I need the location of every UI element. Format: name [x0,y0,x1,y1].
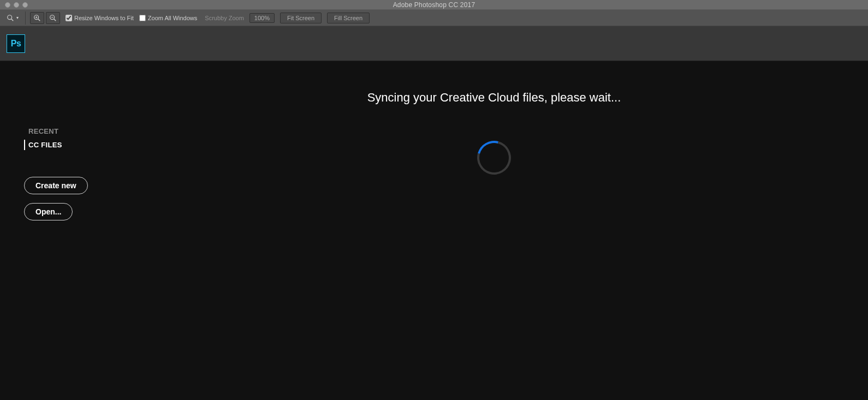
close-window-button[interactable] [5,2,10,8]
minimize-window-button[interactable] [14,2,19,8]
spinner-container [142,141,846,175]
window-traffic-lights [0,2,28,8]
svg-point-0 [8,15,12,19]
photoshop-logo-text: Ps [11,39,21,49]
zoom-all-checkbox[interactable]: Zoom All Windows [139,15,197,21]
start-sidebar: RECENT CC FILES Create new Open... [0,61,142,220]
zoom-in-button[interactable] [30,12,44,24]
chevron-down-icon: ▾ [16,15,19,20]
svg-line-1 [11,19,14,21]
zoom-tool-indicator[interactable]: ▾ [4,10,21,26]
loading-spinner-icon [471,135,518,181]
resize-windows-input[interactable] [66,15,72,21]
search-icon [7,14,14,22]
svg-line-7 [54,19,56,21]
zoom-all-label: Zoom All Windows [148,15,197,21]
sidebar-item-label: RECENT [28,127,58,135]
options-toolbar: ▾ Resize Windows to Fit Zoom All Windows… [0,9,868,26]
toolbar-divider [25,11,26,25]
maximize-window-button[interactable] [22,2,28,8]
start-screen: RECENT CC FILES Create new Open... Synci… [0,61,868,400]
zoom-in-icon [33,14,41,22]
resize-windows-checkbox[interactable]: Resize Windows to Fit [66,15,134,21]
start-actions: Create new Open... [0,177,142,220]
sidebar-item-label: CC FILES [28,141,62,149]
resize-windows-label: Resize Windows to Fit [74,15,134,21]
window-title: Adobe Photoshop CC 2017 [0,1,868,9]
zoom-out-icon [49,14,57,22]
photoshop-logo[interactable]: Ps [7,34,25,53]
create-new-button[interactable]: Create new [24,177,88,194]
app-header: Ps [0,26,868,61]
zoom-out-button[interactable] [46,12,60,24]
scrubby-zoom-label: Scrubby Zoom [205,15,244,21]
sidebar-item-ccfiles[interactable]: CC FILES [0,138,142,152]
fill-screen-button[interactable]: Fill Screen [327,13,370,23]
zoom-percent-field[interactable]: 100% [249,13,275,23]
svg-line-3 [38,19,40,21]
window-titlebar: Adobe Photoshop CC 2017 [0,0,868,9]
sidebar-item-recent[interactable]: RECENT [0,124,142,138]
zoom-all-input[interactable] [139,15,146,21]
fit-screen-button[interactable]: Fit Screen [280,13,322,23]
sync-message: Syncing your Creative Cloud files, pleas… [142,91,846,105]
open-button[interactable]: Open... [24,203,73,220]
